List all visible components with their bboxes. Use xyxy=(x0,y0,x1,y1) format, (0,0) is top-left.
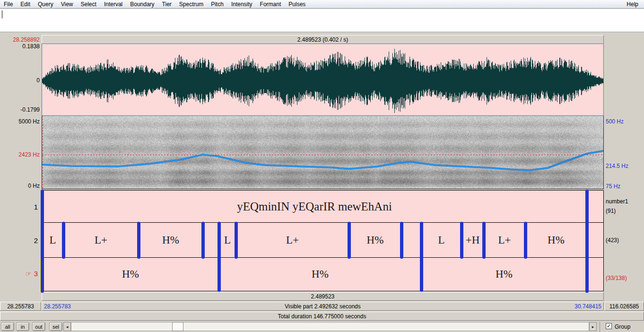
zoom-all-button[interactable]: all xyxy=(1,322,14,331)
boundary[interactable] xyxy=(460,222,463,259)
interval-label-field[interactable] xyxy=(0,9,644,32)
selection-duration-bar[interactable]: 2.489523 (0.402 / s) xyxy=(42,35,604,44)
zoom-in-button[interactable]: in xyxy=(16,322,29,331)
boundary[interactable] xyxy=(218,222,221,259)
selection-play-bar[interactable]: 2.489523 xyxy=(42,292,604,301)
interval[interactable]: L+ xyxy=(484,223,525,257)
text-caret xyxy=(2,10,2,18)
group-checkbox[interactable]: ✓ xyxy=(606,323,612,329)
menu-intensity[interactable]: Intensity xyxy=(227,0,256,8)
tier-1-count-label: (91) xyxy=(606,208,616,214)
interval[interactable]: L xyxy=(42,223,63,257)
tier-area: yEQminIN yEQarIR mewEhAni L L+ H% L L+ H… xyxy=(42,190,604,291)
boundary[interactable] xyxy=(218,257,221,292)
spectrogram-panel[interactable] xyxy=(42,116,604,189)
boundary[interactable] xyxy=(585,190,589,293)
freq-bottom-label: 0 Hz xyxy=(0,183,40,189)
pitch-value-label: 214.5 Hz xyxy=(606,163,628,169)
menu-spectrum[interactable]: Spectrum xyxy=(175,0,207,8)
scroll-left-icon: ◂ xyxy=(66,324,69,329)
menu-help[interactable]: Help xyxy=(621,0,644,8)
visible-part-text: Visible part 2.492632 seconds xyxy=(285,303,361,310)
tier-1-name-label: number1 xyxy=(606,198,628,205)
amplitude-min-label: -0.1799 xyxy=(0,106,40,113)
controls-divider xyxy=(600,322,600,332)
after-visible-bar[interactable]: 116.026585 xyxy=(604,302,644,311)
zoom-sel-button[interactable]: sel xyxy=(49,322,62,331)
boundary[interactable] xyxy=(201,222,205,259)
menu-interval[interactable]: Interval xyxy=(100,0,126,8)
interval[interactable] xyxy=(587,223,603,257)
freq-cursor-label: 2423 Hz xyxy=(0,151,40,158)
interval[interactable]: H% xyxy=(139,223,203,257)
selected-tier-edge-marker xyxy=(40,258,41,292)
scrollbar-track[interactable] xyxy=(71,322,589,331)
scroll-left-button[interactable]: ◂ xyxy=(63,322,71,331)
boundary[interactable] xyxy=(420,257,423,292)
pitch-top-label: 500 Hz xyxy=(606,118,624,125)
zoom-out-button[interactable]: out xyxy=(32,322,45,331)
after-visible-text: 116.026585 xyxy=(609,303,639,310)
menu-pitch[interactable]: Pitch xyxy=(207,0,227,8)
pitch-bottom-label: 75 Hz xyxy=(606,183,620,190)
interval[interactable]: L+ xyxy=(63,223,139,257)
tier-3-number-text: 3 xyxy=(34,270,38,278)
selected-tier-finger-icon: ☞ xyxy=(26,270,32,278)
interval[interactable]: yEQminIN yEQarIR mewEhAni xyxy=(42,191,587,222)
total-duration-bar[interactable]: Total duration 146.775000 seconds xyxy=(0,312,644,321)
scroll-right-button[interactable]: ▸ xyxy=(589,322,597,331)
tier-2-number[interactable]: 2 xyxy=(0,236,38,245)
interval[interactable]: H% xyxy=(219,258,421,291)
boundary[interactable] xyxy=(41,190,44,293)
menu-boundary[interactable]: Boundary xyxy=(126,0,158,8)
menu-edit[interactable]: Edit xyxy=(17,0,34,8)
tier-2-row: L L+ H% L L+ H% L +H L+ H% xyxy=(42,223,603,258)
tier-3-number[interactable]: ☞3 xyxy=(0,270,38,278)
interval[interactable]: H% xyxy=(525,223,587,257)
scroll-right-icon: ▸ xyxy=(592,324,594,329)
interval[interactable]: H% xyxy=(42,258,219,291)
interval[interactable] xyxy=(587,258,603,291)
tier-3-count-label: (33/138) xyxy=(606,275,627,281)
scrollbar-thumb[interactable] xyxy=(172,322,183,331)
selection-start-time: 28.255783 xyxy=(44,303,71,310)
menu-query[interactable]: Query xyxy=(34,0,57,8)
tier-3-row: H% H% H% xyxy=(42,258,603,291)
interval[interactable] xyxy=(401,223,421,257)
boundary[interactable] xyxy=(137,222,140,259)
cursor-time-label: 28.258892 xyxy=(0,36,40,43)
menu-view[interactable]: View xyxy=(57,0,77,8)
boundary[interactable] xyxy=(400,222,403,259)
interval[interactable]: H% xyxy=(349,223,401,257)
before-visible-bar[interactable]: 28.255783 xyxy=(0,302,41,311)
boundary[interactable] xyxy=(235,222,238,259)
menu-pulses[interactable]: Pulses xyxy=(285,0,309,8)
menu-formant[interactable]: Formant xyxy=(256,0,285,8)
menu-file[interactable]: File xyxy=(0,0,17,8)
boundary[interactable] xyxy=(420,222,423,259)
interval[interactable] xyxy=(203,223,219,257)
amplitude-zero-label: 0 xyxy=(0,77,40,84)
interval[interactable] xyxy=(587,191,603,222)
waveform-canvas[interactable] xyxy=(42,44,603,115)
spectrogram-canvas[interactable] xyxy=(42,116,603,189)
boundary[interactable] xyxy=(348,222,351,259)
interval[interactable]: +H xyxy=(461,223,484,257)
boundary[interactable] xyxy=(62,222,65,259)
selection-duration-text: 2.489523 (0.402 / s) xyxy=(297,36,348,43)
tier-1-number[interactable]: 1 xyxy=(0,203,38,211)
freq-top-label: 5000 Hz xyxy=(0,118,40,125)
group-checkbox-label: Group xyxy=(615,323,630,330)
interval[interactable]: H% xyxy=(421,258,587,291)
checkmark-icon: ✓ xyxy=(607,323,611,329)
boundary[interactable] xyxy=(524,222,527,259)
boundary[interactable] xyxy=(482,222,486,259)
interval[interactable]: L xyxy=(219,223,236,257)
waveform-panel[interactable] xyxy=(42,44,604,116)
interval[interactable]: L+ xyxy=(236,223,349,257)
interval[interactable]: L xyxy=(421,223,461,257)
menu-tier[interactable]: Tier xyxy=(158,0,175,8)
visible-part-bar[interactable]: 28.255783 Visible part 2.492632 seconds … xyxy=(42,302,604,311)
menu-bar: File Edit Query View Select Interval Bou… xyxy=(0,0,644,9)
menu-select[interactable]: Select xyxy=(77,0,100,8)
